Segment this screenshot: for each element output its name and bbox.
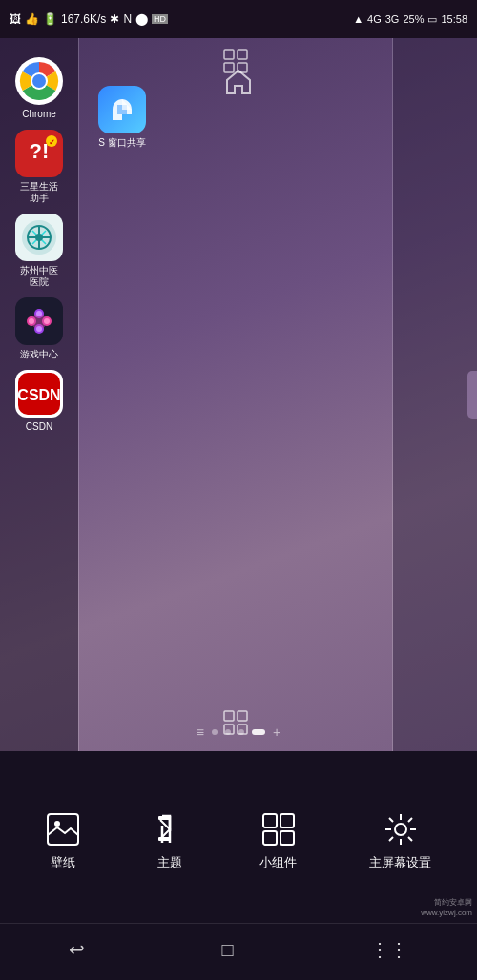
right-panel [393, 38, 477, 751]
game-center-label: 游戏中心 [20, 349, 58, 360]
page-dot-active[interactable] [252, 729, 265, 735]
app-csdn[interactable]: CSDN CSDN [6, 370, 73, 433]
signal-4g-icon: 4G [367, 13, 382, 25]
status-bar: 🖼 👍 🔋 167.6K/s ✱ N ⬤ HD ▲ 4G 3G 25% ▭ 15… [0, 0, 477, 38]
svg-point-3 [32, 74, 46, 88]
bluetooth-icon: ✱ [110, 12, 119, 26]
wifi-icon: ▲ [353, 13, 363, 25]
wallpaper-label: 壁纸 [51, 854, 75, 871]
time-display: 15:58 [441, 13, 467, 25]
main-area: Chrome ?! ✓ 三星生活助手 [0, 38, 477, 751]
csdn-label: CSDN [26, 421, 52, 433]
home-button[interactable]: □ [221, 939, 233, 961]
svg-point-19 [44, 318, 50, 324]
app-suzhou-tcm[interactable]: 苏州中医医院 [6, 214, 73, 288]
page-line-indicator: ≡ [197, 725, 204, 740]
signal-3g-icon: 3G [385, 13, 400, 25]
svg-point-21 [36, 326, 42, 332]
speed-text: 167.6K/s [61, 12, 106, 26]
status-right: ▲ 4G 3G 25% ▭ 15:58 [353, 13, 467, 26]
grid-icon-top [222, 48, 249, 80]
hd-icon: HD [152, 14, 168, 24]
thumb-icon: 👍 [25, 12, 39, 26]
suzhou-tcm-label: 苏州中医医院 [20, 265, 58, 288]
chrome-label: Chrome [22, 109, 56, 120]
svg-point-20 [36, 311, 42, 316]
battery-icon: ▭ [427, 13, 437, 26]
app-chrome[interactable]: Chrome [6, 57, 73, 120]
record-icon: ⬤ [135, 12, 148, 26]
page-dot-1[interactable] [212, 729, 218, 735]
svg-point-18 [29, 318, 34, 324]
status-left: 🖼 👍 🔋 167.6K/s ✱ N ⬤ HD [10, 12, 168, 26]
home-settings-label: 主屏幕设置 [369, 854, 431, 871]
page-dot-2[interactable] [225, 729, 231, 735]
theme-button[interactable]: 主题 [153, 812, 187, 871]
svg-rect-26 [238, 50, 247, 59]
svg-rect-34 [48, 814, 78, 845]
s-share-label: S 窗口共享 [98, 137, 145, 149]
watermark: 简约安卓网 www.yizwj.com [421, 898, 472, 918]
svg-rect-25 [224, 50, 234, 59]
svg-text:✓: ✓ [49, 138, 55, 147]
watermark-line1: 简约安卓网 [421, 898, 472, 908]
toolbar-items: 壁纸 主题 小组件 [0, 751, 477, 923]
svg-point-42 [395, 824, 406, 835]
svg-rect-40 [263, 831, 277, 845]
app-game-center[interactable]: 游戏中心 [6, 297, 73, 360]
svg-point-11 [35, 234, 43, 241]
wallpaper-button[interactable]: 壁纸 [46, 812, 80, 871]
svg-rect-39 [280, 814, 294, 827]
center-apps: S 窗口共享 [89, 86, 156, 149]
bottom-toolbar: 壁纸 主题 小组件 [0, 751, 477, 980]
app-s-share[interactable]: S 窗口共享 [89, 86, 156, 149]
page-indicators: ≡ + [0, 713, 477, 751]
nav-bar: ↩ □ ⋮⋮ [0, 923, 477, 980]
left-sidebar: Chrome ?! ✓ 三星生活助手 [0, 38, 78, 751]
battery-small-icon: 🔋 [43, 12, 57, 26]
widget-button[interactable]: 小组件 [259, 812, 297, 871]
image-icon: 🖼 [10, 12, 21, 26]
svg-text:CSDN: CSDN [17, 387, 60, 403]
theme-label: 主题 [157, 854, 182, 871]
svg-rect-41 [280, 831, 294, 845]
home-settings-button[interactable]: 主屏幕设置 [369, 812, 431, 871]
svg-rect-28 [238, 63, 247, 72]
center-panel: S 窗口共享 [78, 38, 393, 751]
svg-rect-27 [224, 63, 234, 72]
recent-button[interactable]: ⋮⋮ [370, 938, 408, 961]
svg-rect-38 [263, 814, 277, 827]
widget-label: 小组件 [259, 854, 297, 871]
page-dot-3[interactable] [238, 729, 244, 735]
battery-percent: 25% [403, 13, 424, 25]
back-button[interactable]: ↩ [69, 938, 85, 961]
samsung-life-label: 三星生活助手 [20, 181, 58, 204]
right-panel-handle[interactable] [467, 371, 477, 419]
nfc-icon: N [123, 12, 132, 26]
svg-rect-37 [158, 837, 170, 841]
watermark-line2: www.yizwj.com [421, 909, 472, 918]
svg-point-35 [54, 821, 60, 827]
app-samsung-life[interactable]: ?! ✓ 三星生活助手 [6, 130, 73, 204]
svg-rect-36 [158, 816, 170, 820]
page-add-button[interactable]: + [273, 725, 280, 740]
